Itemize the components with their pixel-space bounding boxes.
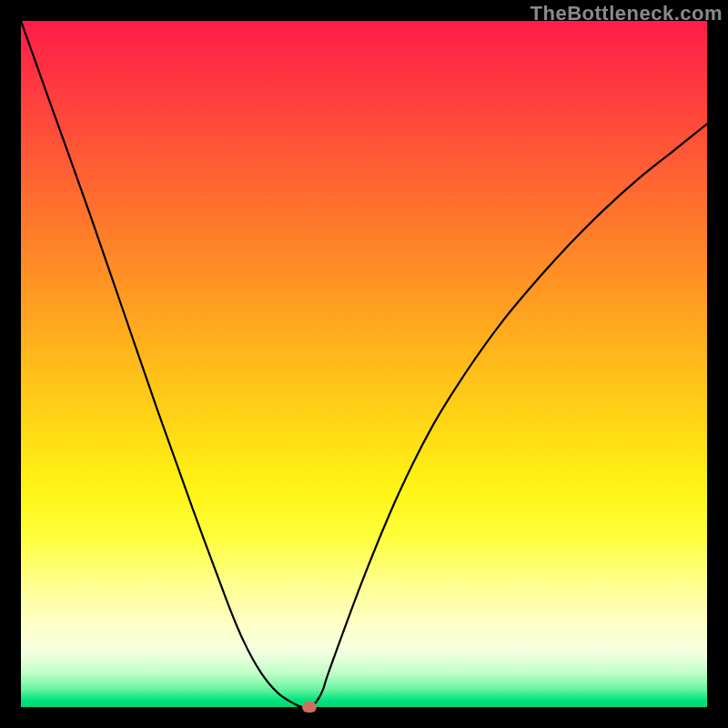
min-marker (302, 702, 317, 713)
bottleneck-curve (21, 21, 707, 707)
chart-svg (21, 21, 707, 707)
chart-frame (21, 21, 707, 707)
